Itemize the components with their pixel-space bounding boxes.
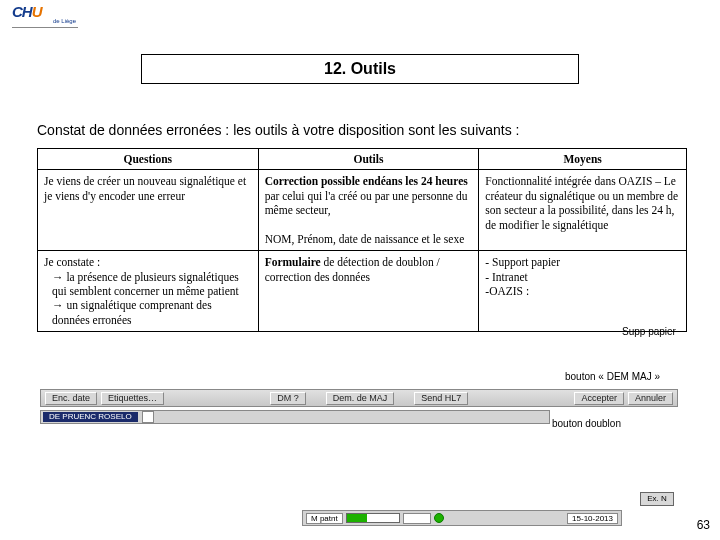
cell-m1: Fonctionnalité intégrée dans OAZIS – Le … (479, 170, 687, 251)
subtitle: Constat de données erronées : les outils… (37, 122, 520, 138)
label-supp-papier: Supp papier (622, 326, 676, 337)
tools-table: Questions Outils Moyens Je viens de crée… (37, 148, 687, 332)
cell-o1: Correction possible endéans les 24 heure… (258, 170, 479, 251)
btn-etiquettes[interactable]: Etiquettes… (101, 392, 164, 405)
btn-send-hl7[interactable]: Send HL7 (414, 392, 468, 405)
patient-icon (142, 411, 154, 423)
col-questions: Questions (38, 149, 259, 170)
status-date: 15-10-2013 (567, 513, 618, 524)
table-row: Je constate : → la présence de plusieurs… (38, 251, 687, 332)
cell-o2: Formulaire de détection de doublon / cor… (258, 251, 479, 332)
col-outils: Outils (258, 149, 479, 170)
btn-accepter[interactable]: Accepter (574, 392, 624, 405)
cell-q1: Je viens de créer un nouveau signalétiqu… (38, 170, 259, 251)
legacy-patient-bar: DE PRUENC ROSELO (40, 410, 550, 424)
col-moyens: Moyens (479, 149, 687, 170)
status-dot-icon (434, 513, 444, 523)
btn-enc-date[interactable]: Enc. date (45, 392, 97, 405)
btn-dm[interactable]: DM ? (270, 392, 306, 405)
logo-text: CHU (12, 3, 42, 20)
legacy-status-bar: M patnt 15-10-2013 (302, 510, 622, 526)
logo-subtext: de Liège (53, 18, 76, 24)
label-btn-dem-maj: bouton « DEM MAJ » (565, 371, 660, 382)
progress-bar (346, 513, 400, 523)
cell-m2: - Support papier - Intranet -OAZIS : (479, 251, 687, 332)
page-number: 63 (697, 518, 710, 532)
status-field (403, 513, 431, 524)
btn-ex-n[interactable]: Ex. N (640, 492, 674, 506)
status-field: M patnt (306, 513, 343, 524)
patient-chip: DE PRUENC ROSELO (43, 412, 138, 422)
cell-q2: Je constate : → la présence de plusieurs… (38, 251, 259, 332)
btn-dem-maj[interactable]: Dem. de MAJ (326, 392, 395, 405)
btn-annuler[interactable]: Annuler (628, 392, 673, 405)
table-header-row: Questions Outils Moyens (38, 149, 687, 170)
logo: CHU de Liège (12, 4, 78, 28)
page-title: 12. Outils (141, 54, 579, 84)
table-row: Je viens de créer un nouveau signalétiqu… (38, 170, 687, 251)
legacy-toolbar: Enc. date Etiquettes… DM ? Dem. de MAJ S… (40, 389, 678, 407)
label-btn-doublon: bouton doublon (552, 418, 621, 429)
